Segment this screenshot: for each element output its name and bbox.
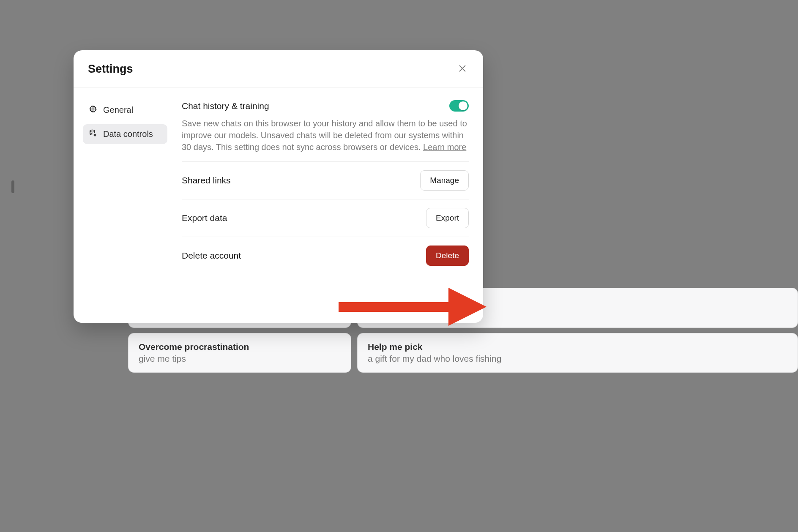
learn-more-link[interactable]: Learn more: [423, 142, 466, 152]
close-icon: [458, 64, 467, 74]
suggestion-subtitle: give me tips: [139, 353, 341, 365]
section-delete-account: Delete account Delete: [182, 237, 469, 274]
section-export-data: Export data Export: [182, 199, 469, 237]
nav-item-label: Data controls: [103, 129, 153, 139]
toggle-knob: [459, 101, 467, 110]
nav-item-data-controls[interactable]: Data controls: [83, 124, 167, 144]
section-title: Export data: [182, 213, 227, 223]
nav-item-general[interactable]: General: [83, 100, 167, 120]
modal-header: Settings: [74, 50, 483, 87]
gear-icon: [89, 105, 97, 115]
section-shared-links: Shared links Manage: [182, 161, 469, 199]
settings-modal: Settings General: [74, 50, 483, 323]
close-button[interactable]: [455, 61, 470, 77]
section-title: Shared links: [182, 175, 231, 186]
suggestion-title: Overcome procrastination: [139, 341, 341, 353]
svg-point-2: [92, 108, 94, 110]
suggestion-card[interactable]: Overcome procrastination give me tips: [128, 333, 351, 373]
section-description: Save new chats on this browser to your h…: [182, 117, 469, 153]
modal-title: Settings: [88, 63, 133, 76]
chat-history-toggle[interactable]: [449, 100, 469, 112]
export-data-button[interactable]: Export: [426, 208, 469, 228]
database-gear-icon: [89, 129, 97, 139]
scrollbar[interactable]: [11, 180, 14, 193]
suggestion-title: Help me pick: [368, 341, 787, 353]
delete-account-button[interactable]: Delete: [426, 246, 469, 266]
manage-shared-links-button[interactable]: Manage: [420, 170, 469, 191]
section-title: Delete account: [182, 251, 241, 261]
settings-nav: General Data controls: [83, 100, 167, 310]
svg-point-3: [90, 130, 95, 132]
svg-point-4: [94, 134, 96, 136]
nav-item-label: General: [103, 105, 133, 115]
section-title: Chat history & training: [182, 101, 269, 111]
section-chat-history: Chat history & training Save new chats o…: [182, 100, 469, 161]
settings-content: Chat history & training Save new chats o…: [182, 100, 469, 310]
suggestion-card[interactable]: Help me pick a gift for my dad who loves…: [357, 333, 798, 373]
suggestion-subtitle: a gift for my dad who loves fishing: [368, 353, 787, 365]
